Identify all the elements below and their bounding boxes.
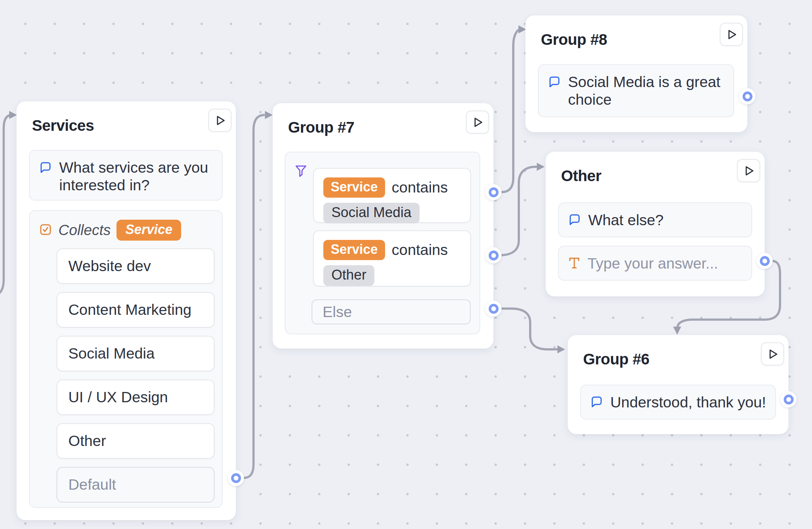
output-port-group7-else[interactable] <box>485 301 502 317</box>
collects-row: Collects Service <box>30 211 222 241</box>
play-group-button[interactable] <box>761 342 784 366</box>
operator-label: contains <box>392 241 448 259</box>
group-header: Services <box>17 101 236 134</box>
play-icon <box>471 116 484 129</box>
text-bubble-block[interactable]: What services are you interested in? <box>29 150 223 201</box>
choice-item[interactable]: Other <box>57 423 215 459</box>
bubble-text: What else? <box>588 211 664 229</box>
arrowhead-icon <box>265 111 273 119</box>
output-port-group8[interactable] <box>739 88 755 104</box>
arrowhead-icon <box>9 111 17 119</box>
output-port-group7-condition2[interactable] <box>485 247 502 263</box>
choice-item[interactable]: UI / UX Design <box>57 379 215 415</box>
output-port-group6[interactable] <box>780 391 797 407</box>
bubble-text: Social Media is a great choice <box>568 73 725 108</box>
group-header: Group #8 <box>525 15 747 48</box>
wire-group7-cond2-to-other <box>498 167 537 255</box>
choice-item[interactable]: Social Media <box>57 336 215 371</box>
wire-group7-cond1-to-group8 <box>498 29 520 192</box>
output-port-services-default[interactable] <box>228 470 244 486</box>
value-chip: Other <box>323 265 374 286</box>
flow-canvas[interactable]: Services What services are you intereste… <box>0 0 812 529</box>
condition-block[interactable]: Service contains Social Media Service co… <box>285 152 480 334</box>
variable-chip: Service <box>323 177 385 198</box>
group-title[interactable]: Group #6 <box>583 350 649 368</box>
input-placeholder: Type your answer... <box>588 255 718 272</box>
group-title[interactable]: Group #8 <box>541 31 607 48</box>
text-bubble-block[interactable]: Understood, thank you! <box>580 385 776 420</box>
group-card-group8[interactable]: Group #8 Social Media is a great choice <box>525 15 747 132</box>
group-card-group7[interactable]: Group #7 Service contains Social Media <box>273 103 493 349</box>
play-icon <box>743 165 755 177</box>
chat-bubble-icon <box>568 213 581 227</box>
wire-into-services <box>0 115 11 296</box>
collects-label: Collects <box>58 222 111 238</box>
bubble-text: Understood, thank you! <box>610 393 766 411</box>
text-bubble-block[interactable]: What else? <box>558 202 752 237</box>
play-icon <box>214 114 226 127</box>
play-icon <box>766 348 779 360</box>
output-port-group7-condition1[interactable] <box>485 184 502 200</box>
value-chip: Social Media <box>323 203 420 223</box>
text-input-icon <box>568 256 580 271</box>
operator-label: contains <box>392 179 448 196</box>
chat-bubble-icon <box>39 161 52 175</box>
arrowhead-icon <box>537 163 545 171</box>
group-title[interactable]: Other <box>561 167 601 185</box>
group-header: Group #6 <box>568 335 788 368</box>
filter-funnel-icon <box>295 165 307 179</box>
variable-badge[interactable]: Service <box>116 220 181 241</box>
play-group-button[interactable] <box>466 111 489 134</box>
arrowhead-icon <box>673 327 681 335</box>
play-group-button[interactable] <box>737 159 760 182</box>
group-card-services[interactable]: Services What services are you intereste… <box>17 101 236 520</box>
arrowhead-icon <box>518 25 526 33</box>
choice-item[interactable]: Content Marketing <box>57 292 215 328</box>
group-card-other[interactable]: Other What else? <box>546 152 765 296</box>
else-branch[interactable]: Else <box>312 299 471 324</box>
choice-input-block[interactable]: Collects Service Website dev Content Mar… <box>29 210 223 508</box>
chat-bubble-icon <box>548 76 561 90</box>
play-group-button[interactable] <box>208 109 231 132</box>
choices-list: Website dev Content Marketing Social Med… <box>57 248 222 503</box>
group-header: Group #7 <box>273 103 493 136</box>
bubble-text: What services are you interested in? <box>59 159 213 194</box>
group-header: Other <box>546 152 765 185</box>
arrowhead-icon <box>557 345 565 353</box>
group-card-group6[interactable]: Group #6 Understood, thank you! <box>568 335 788 434</box>
text-bubble-block[interactable]: Social Media is a great choice <box>538 64 734 117</box>
choice-item[interactable]: Website dev <box>57 248 215 284</box>
group-title[interactable]: Services <box>32 117 94 134</box>
condition-item[interactable]: Service contains Social Media <box>313 168 471 223</box>
wire-group7-else-to-group6 <box>498 309 557 349</box>
play-group-button[interactable] <box>720 23 743 46</box>
play-icon <box>725 28 738 41</box>
text-input-block[interactable]: Type your answer... <box>558 246 752 281</box>
default-choice-item[interactable]: Default <box>57 467 215 503</box>
chat-bubble-icon <box>590 396 603 410</box>
variable-chip: Service <box>323 240 385 260</box>
output-port-other[interactable] <box>757 253 773 269</box>
wire-services-default-to-group7 <box>241 115 264 478</box>
condition-item[interactable]: Service contains Other <box>313 230 471 287</box>
group-title[interactable]: Group #7 <box>288 119 354 136</box>
checkbox-icon <box>39 223 52 237</box>
